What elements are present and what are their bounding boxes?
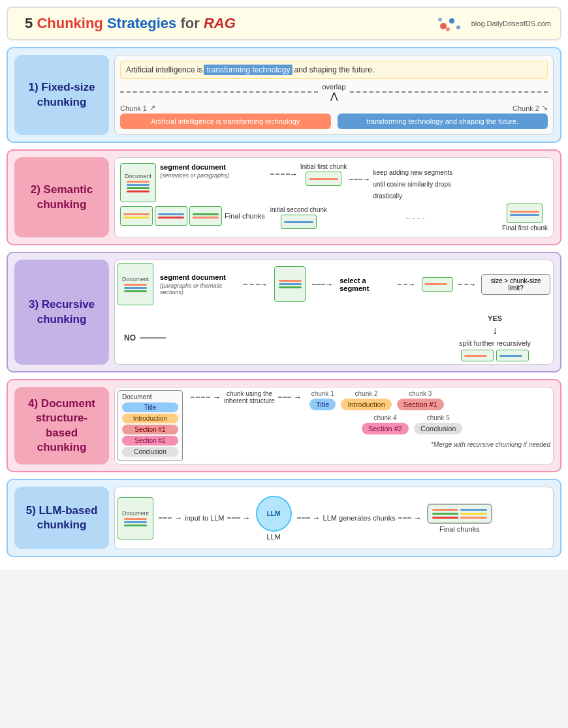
s4-c5: Conclusion xyxy=(414,423,462,434)
s4-c4: Section #2 xyxy=(362,423,409,434)
strategy-5-label: 5) LLM-based chunking xyxy=(14,487,109,549)
strategy-3-label: 3) Recursive chunking xyxy=(14,260,109,365)
title-chunking: Chunking xyxy=(37,15,103,31)
title-rag: RAG xyxy=(204,15,236,31)
s4-c2: Introduction xyxy=(341,399,391,410)
s4-item-title: Title xyxy=(122,402,178,412)
header-title: 5 Chunking Strategies for RAG xyxy=(25,15,434,32)
s3-decision: size > chunk-size limit? xyxy=(481,274,550,295)
s5-llm-node: LLM xyxy=(256,496,292,532)
s4-c3: Section #1 xyxy=(397,399,444,410)
title-for: for xyxy=(180,15,199,31)
strategy-4-label: 4) Document structure-based chunking xyxy=(14,387,109,464)
strategy-1-label: 1) Fixed-size chunking xyxy=(14,55,109,135)
s5-final-chunks xyxy=(427,504,492,524)
s3-step4: split further recursively xyxy=(459,339,531,347)
title-number: 5 xyxy=(25,15,33,31)
s2-doc: Document xyxy=(120,163,156,202)
s1-text-normal2: and shaping the future. xyxy=(294,65,374,74)
s3-no: NO xyxy=(124,333,136,342)
s2-initial-second: initial second chunk xyxy=(270,206,327,213)
svg-point-0 xyxy=(440,23,447,29)
svg-point-3 xyxy=(446,27,450,31)
strategy-3-content: Document segment document (paragraphs or… xyxy=(114,260,554,365)
s5-step3: LLM generates chunks xyxy=(323,514,396,522)
s2-final-first: Final first chunk xyxy=(502,224,548,232)
s4-doc-title: Document xyxy=(122,393,178,401)
title-strategies: Strategies xyxy=(107,15,176,31)
strategy-4: 4) Document structure-based chunking Doc… xyxy=(7,379,561,472)
s4-item-conclusion: Conclusion xyxy=(122,447,178,457)
chunk1-text: Artificial intelligence is transforming … xyxy=(151,117,300,125)
chunk2-text: transforming technology and shaping the … xyxy=(366,117,518,125)
s4-c3-label: chunk 3 xyxy=(409,390,432,397)
main-container: 5 Chunking Strategies for RAG blog.Daily… xyxy=(0,0,568,570)
s3-step1: segment document xyxy=(160,273,234,281)
s3-doc: Document xyxy=(118,263,153,305)
strategy-5-content: Document → input to LLM → LLM xyxy=(114,487,554,549)
strategy-3: 3) Recursive chunking Document segment d… xyxy=(7,252,561,372)
chunk1-label: Chunk 1 xyxy=(120,104,147,112)
s4-c5-label: chunk 5 xyxy=(427,414,450,421)
strategy-1-content: Artificial intelligence is transforming … xyxy=(114,55,554,135)
chunk2-label: Chunk 2 xyxy=(513,104,539,112)
s4-middle-text: chunk using the inherent structure xyxy=(223,390,276,404)
s5-step1: input to LLM xyxy=(185,514,225,522)
svg-point-2 xyxy=(456,25,460,29)
s2-final-chunks: Final chunks xyxy=(225,212,265,220)
s3-yes: YES xyxy=(488,314,502,322)
header: 5 Chunking Strategies for RAG blog.Daily… xyxy=(7,7,561,40)
s4-merge-note: *Merge with recursive chunking if needed xyxy=(309,441,550,448)
s3-step2: select a segment xyxy=(339,277,388,292)
strategy-2-content: Document segment document (sentences or … xyxy=(114,157,554,237)
s4-c4-label: chunk 4 xyxy=(373,414,396,421)
logo-icon xyxy=(434,13,466,34)
s1-text-highlight1: transforming technology xyxy=(204,65,292,75)
strategy-5: 5) LLM-based chunking Document → input t… xyxy=(7,479,561,557)
s4-item-s2: Section #2 xyxy=(122,436,178,446)
s4-doc-struct: Document Title Introduction Section #1 S… xyxy=(118,390,183,461)
s4-c1: Title xyxy=(309,399,336,410)
svg-point-1 xyxy=(449,18,454,23)
s4-c1-label: chunk 1 xyxy=(311,390,334,397)
s2-step2: Initial first chunk xyxy=(300,163,347,170)
strategy-2: 2) Semantic chunking Document xyxy=(7,149,561,245)
strategy-1: 1) Fixed-size chunking Artificial intell… xyxy=(7,47,561,143)
s1-text-normal1: Artificial intelligence is xyxy=(126,65,202,74)
blog-url: blog.DailyDoseofDS.com xyxy=(471,20,551,27)
s5-doc: Document xyxy=(118,497,153,539)
s4-item-intro: Introduction xyxy=(122,414,178,423)
s4-c2-label: chunk 2 xyxy=(355,390,378,397)
strategy-2-label: 2) Semantic chunking xyxy=(14,157,109,237)
s2-step3: keep adding new segments until cosine si… xyxy=(373,169,452,200)
strategy-4-content: Document Title Introduction Section #1 S… xyxy=(114,387,554,464)
s5-final-chunks-label: Final chunks xyxy=(439,525,480,533)
s4-item-s1: Section #1 xyxy=(122,425,178,434)
s5-llm-label: LLM xyxy=(266,533,280,541)
s2-step1: segment document xyxy=(160,163,226,171)
overlap-label: overlap xyxy=(322,83,345,91)
s3-step1-sub: (paragraphs or thematic sections) xyxy=(160,282,234,296)
svg-point-4 xyxy=(438,18,442,22)
s2-step1-sub: (sentences or paragraphs) xyxy=(160,172,229,179)
